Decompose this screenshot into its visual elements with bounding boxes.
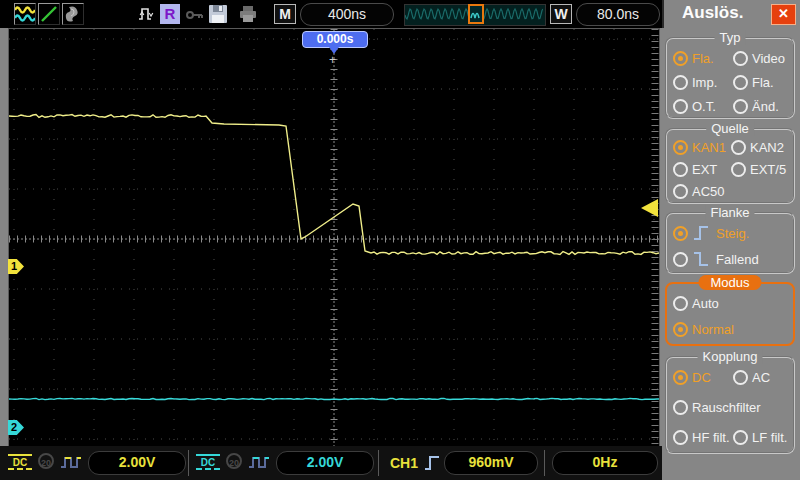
trigger-settings-panel: Typ Fla. Video Imp. Fla. O.T. Änd. Quel	[662, 28, 800, 480]
radio-label: KAN2	[750, 140, 784, 155]
radio-icon	[673, 252, 688, 267]
radio-typ-ot[interactable]: O.T.	[673, 99, 716, 114]
section-modus: Modus Auto Normal	[665, 282, 795, 346]
radio-typ-flanke-alt[interactable]: Fla.	[733, 75, 774, 90]
radio-kopplung-dc[interactable]: DC	[673, 370, 711, 385]
radio-label: Rauschfilter	[692, 400, 761, 415]
section-typ: Typ Fla. Video Imp. Fla. O.T. Änd.	[665, 37, 795, 119]
radio-label: KAN1	[692, 140, 726, 155]
main-timebase-readout: 400ns	[300, 3, 394, 26]
radio-label: Fla.	[752, 75, 774, 90]
vector-line-icon[interactable]	[38, 3, 60, 25]
trigger-position-marker-icon[interactable]	[468, 4, 484, 24]
radio-modus-auto[interactable]: Auto	[673, 296, 719, 311]
section-modus-title: Modus	[698, 275, 761, 290]
radio-icon	[673, 322, 688, 337]
radio-icon	[733, 51, 748, 66]
trigger-level-arrow-icon[interactable]	[641, 199, 658, 217]
trigger-position-strip[interactable]	[404, 4, 546, 26]
section-flanke-title: Flanke	[705, 205, 754, 220]
close-icon[interactable]: ✕	[771, 4, 796, 25]
radio-icon	[673, 75, 688, 90]
radio-kopplung-lf-filt[interactable]: LF filt.	[733, 430, 787, 445]
image-icon[interactable]	[62, 3, 84, 25]
trigger-frequency-readout: 0Hz	[552, 451, 658, 475]
radio-label: Auto	[692, 296, 719, 311]
falling-edge-icon	[692, 250, 712, 268]
key-icon[interactable]	[186, 7, 204, 25]
radio-quelle-kan2[interactable]: KAN2	[731, 140, 784, 155]
radio-icon	[673, 430, 688, 445]
trigger-edge-icon	[424, 454, 440, 476]
trigger-time-flag[interactable]: 0.000s	[302, 31, 368, 48]
ch1-waveform-icon	[60, 454, 82, 475]
statusbar-divider	[544, 450, 545, 476]
radio-quelle-kan1[interactable]: KAN1	[673, 140, 726, 155]
radio-typ-flanke[interactable]: Fla.	[673, 51, 714, 66]
section-kopplung: Kopplung DC AC Rauschfilter HF filt. LF …	[665, 356, 795, 454]
radio-flanke-fallend[interactable]: Fallend	[673, 250, 759, 268]
radio-label: O.T.	[692, 99, 716, 114]
pulse-icon[interactable]	[138, 5, 156, 27]
ch2-bandwidth-limit-icon: 20	[226, 453, 242, 469]
radio-typ-aend[interactable]: Änd.	[733, 99, 779, 114]
ch2-coupling-dc-icon: DC	[196, 454, 220, 470]
radio-label: Imp.	[692, 75, 717, 90]
toolbar: R M 400ns	[0, 0, 662, 28]
main-timebase-m-label: M	[274, 4, 296, 24]
radio-quelle-ac50[interactable]: AC50	[673, 184, 725, 199]
radio-icon	[733, 430, 748, 445]
radio-icon	[733, 75, 748, 90]
radio-modus-normal[interactable]: Normal	[673, 322, 734, 337]
radio-icon	[673, 99, 688, 114]
radio-icon	[673, 226, 688, 241]
radio-label: Steig.	[716, 226, 749, 241]
trigger-position-cross-icon: +	[329, 55, 336, 65]
radio-kopplung-rauschfilter[interactable]: Rauschfilter	[673, 400, 761, 415]
radio-typ-video[interactable]: Video	[733, 51, 785, 66]
radio-quelle-ext[interactable]: EXT	[673, 162, 717, 177]
section-quelle: Quelle KAN1 KAN2 EXT EXT/5 AC50	[665, 128, 795, 204]
ch2-scale-readout: 2.00V	[276, 451, 374, 475]
radio-label: Normal	[692, 322, 734, 337]
radio-quelle-ext5[interactable]: EXT/5	[731, 162, 786, 177]
trigger-panel-titlebar: Auslös. ✕	[662, 0, 800, 28]
status-bar: DC 20 2.00V DC 20 2.00V CH1	[0, 446, 662, 480]
radio-label: AC	[752, 370, 770, 385]
ch1-bandwidth-limit-icon: 20	[38, 453, 54, 469]
radio-icon	[731, 162, 746, 177]
radio-label: LF filt.	[752, 430, 787, 445]
radio-flanke-steigend[interactable]: Steig.	[673, 224, 749, 242]
channels-icon[interactable]	[14, 3, 36, 25]
radio-icon	[733, 99, 748, 114]
section-flanke: Flanke Steig. Fallend	[665, 212, 795, 274]
radio-icon	[731, 140, 746, 155]
radio-icon	[673, 51, 688, 66]
radio-icon	[733, 370, 748, 385]
waveform-traces	[9, 29, 659, 447]
radio-icon	[673, 400, 688, 415]
statusbar-divider	[188, 450, 189, 476]
radio-kopplung-hf-filt[interactable]: HF filt.	[673, 430, 730, 445]
radio-kopplung-ac[interactable]: AC	[733, 370, 770, 385]
radio-label: Video	[752, 51, 785, 66]
section-quelle-title: Quelle	[706, 121, 754, 136]
section-kopplung-title: Kopplung	[698, 349, 763, 364]
trigger-level-readout: 960mV	[444, 451, 538, 475]
window-timebase-w-label: W	[550, 4, 572, 24]
ch2-waveform-icon	[248, 454, 270, 475]
radio-icon	[673, 162, 688, 177]
ch1-coupling-dc-icon: DC	[8, 454, 32, 470]
print-icon[interactable]	[238, 5, 258, 27]
radio-label: AC50	[692, 184, 725, 199]
trigger-source-label: CH1	[390, 455, 418, 471]
run-icon[interactable]: R	[160, 4, 180, 24]
radio-icon	[673, 184, 688, 199]
radio-label: Änd.	[752, 99, 779, 114]
save-icon[interactable]	[208, 4, 228, 28]
radio-label: Fallend	[716, 252, 759, 267]
radio-label: DC	[692, 370, 711, 385]
radio-icon	[673, 140, 688, 155]
statusbar-divider	[378, 450, 379, 476]
radio-typ-impuls[interactable]: Imp.	[673, 75, 717, 90]
